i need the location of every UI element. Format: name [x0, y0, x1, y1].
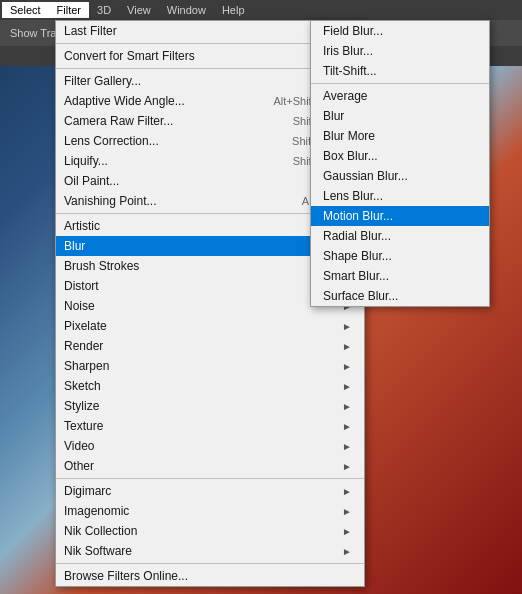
submenu-shape-blur[interactable]: Shape Blur... [311, 246, 489, 266]
menu-sep-4 [56, 478, 364, 479]
menu-browse-filters[interactable]: Browse Filters Online... [56, 566, 364, 586]
submenu-blur[interactable]: Blur [311, 106, 489, 126]
menu-sep-5 [56, 563, 364, 564]
menubar-view[interactable]: View [119, 2, 159, 18]
submenu-motion-blur[interactable]: Motion Blur... [311, 206, 489, 226]
menu-render[interactable]: Render ► [56, 336, 364, 356]
submenu-lens-blur[interactable]: Lens Blur... [311, 186, 489, 206]
menubar-filter[interactable]: Filter [49, 2, 89, 18]
submenu-sep-1 [311, 83, 489, 84]
menu-other[interactable]: Other ► [56, 456, 364, 476]
menubar-help[interactable]: Help [214, 2, 253, 18]
submenu-radial-blur[interactable]: Radial Blur... [311, 226, 489, 246]
submenu-smart-blur[interactable]: Smart Blur... [311, 266, 489, 286]
submenu-blur-more[interactable]: Blur More [311, 126, 489, 146]
menu-digimarc[interactable]: Digimarc ► [56, 481, 364, 501]
submenu-gaussian-blur[interactable]: Gaussian Blur... [311, 166, 489, 186]
blur-submenu: Field Blur... Iris Blur... Tilt-Shift...… [310, 20, 490, 307]
submenu-surface-blur[interactable]: Surface Blur... [311, 286, 489, 306]
menu-pixelate[interactable]: Pixelate ► [56, 316, 364, 336]
submenu-iris-blur[interactable]: Iris Blur... [311, 41, 489, 61]
menubar-3d[interactable]: 3D [89, 2, 119, 18]
menu-imagenomic[interactable]: Imagenomic ► [56, 501, 364, 521]
menu-stylize[interactable]: Stylize ► [56, 396, 364, 416]
submenu-field-blur[interactable]: Field Blur... [311, 21, 489, 41]
menubar-select[interactable]: Select [2, 2, 49, 18]
submenu-box-blur[interactable]: Box Blur... [311, 146, 489, 166]
menu-texture[interactable]: Texture ► [56, 416, 364, 436]
menu-sharpen[interactable]: Sharpen ► [56, 356, 364, 376]
submenu-average[interactable]: Average [311, 86, 489, 106]
menu-video[interactable]: Video ► [56, 436, 364, 456]
menu-bar: Select Filter 3D View Window Help [0, 0, 522, 20]
menubar-window[interactable]: Window [159, 2, 214, 18]
menu-sketch[interactable]: Sketch ► [56, 376, 364, 396]
menu-nik-software[interactable]: Nik Software ► [56, 541, 364, 561]
menu-nik-collection[interactable]: Nik Collection ► [56, 521, 364, 541]
submenu-tilt-shift[interactable]: Tilt-Shift... [311, 61, 489, 81]
